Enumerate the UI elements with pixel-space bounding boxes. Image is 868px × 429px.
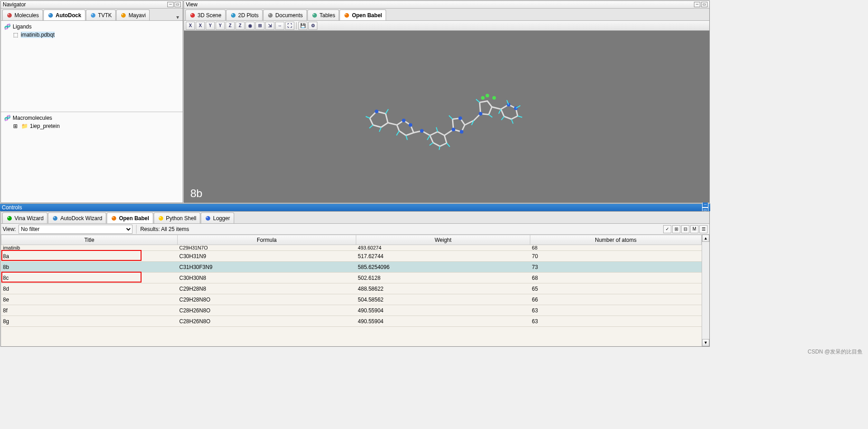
- tab-logger[interactable]: Logger: [201, 212, 234, 223]
- svg-line-38: [369, 125, 373, 128]
- svg-point-56: [7, 216, 12, 221]
- toolbar-button[interactable]: Y: [216, 22, 225, 30]
- controls-minimize-icon[interactable]: ─: [702, 202, 708, 207]
- tab-tables[interactable]: Tables: [307, 9, 340, 20]
- svg-line-49: [476, 99, 480, 103]
- svg-line-41: [427, 136, 430, 140]
- svg-line-50: [499, 109, 501, 114]
- column-header-weight[interactable]: Weight: [356, 235, 530, 245]
- toolbar-button[interactable]: Z: [226, 22, 235, 30]
- ligands-header[interactable]: 🧬 Ligands: [4, 23, 180, 31]
- toolbar-button[interactable]: ⇲: [265, 22, 274, 30]
- svg-point-3: [49, 14, 51, 15]
- grid-action-icon[interactable]: ✓: [663, 225, 671, 233]
- tabs-overflow-icon[interactable]: ▾: [174, 14, 181, 20]
- view-minimize-icon[interactable]: ─: [694, 2, 700, 7]
- svg-line-45: [429, 143, 433, 146]
- tab-molecules[interactable]: Molecules: [2, 9, 43, 20]
- grid-action-icon[interactable]: M: [690, 225, 698, 233]
- tab-autodock[interactable]: AutoDock: [43, 9, 85, 20]
- toolbar-button[interactable]: 💾: [298, 22, 307, 30]
- scroll-up-icon[interactable]: ▲: [702, 235, 709, 242]
- toolbar-button[interactable]: Y: [206, 22, 215, 30]
- svg-line-48: [489, 115, 492, 118]
- table-row[interactable]: 8bC31H30F3N9585.625409673: [1, 262, 702, 273]
- navigator-maximize-icon[interactable]: ▭: [175, 2, 181, 7]
- toolbar-button[interactable]: X: [196, 22, 205, 30]
- tab-2d-plots[interactable]: 2D Plots: [226, 9, 263, 20]
- top-row: Navigator ─ ▭ MoleculesAutoDockTVTKMayav…: [0, 0, 710, 203]
- svg-line-52: [511, 119, 513, 124]
- vina-icon: [6, 215, 13, 222]
- column-header-title[interactable]: Title: [1, 235, 178, 245]
- svg-point-25: [420, 129, 424, 133]
- svg-point-28: [458, 117, 462, 120]
- tab-open-babel[interactable]: Open Babel: [107, 212, 153, 223]
- toolbar-button[interactable]: ⚙: [308, 22, 317, 30]
- svg-point-33: [492, 96, 496, 100]
- table-row[interactable]: 8fC28H26N8O490.5590463: [1, 305, 702, 316]
- svg-point-61: [113, 217, 114, 218]
- svg-line-35: [366, 117, 370, 118]
- 3d-scene[interactable]: 8b: [184, 31, 709, 203]
- tab-mayavi[interactable]: Mayavi: [116, 9, 150, 20]
- results-label: Results: All 25 items: [140, 226, 189, 232]
- table-row[interactable]: imatinibC29H31N7O493.6027468: [1, 245, 702, 251]
- toolbar-button[interactable]: ↔: [275, 22, 284, 30]
- svg-point-62: [159, 216, 163, 221]
- table-row[interactable]: 8cC30H30N8502.612868: [1, 273, 702, 283]
- table-row[interactable]: 8eC29H28N8O504.5856266: [1, 294, 702, 305]
- tab-vina-wizard[interactable]: Vina Wizard: [2, 212, 47, 223]
- expand-icon[interactable]: ⊞: [12, 123, 19, 129]
- tab-python-shell[interactable]: Python Shell: [154, 212, 200, 223]
- toolbar-button[interactable]: X: [186, 22, 195, 30]
- ligands-tree: 🧬 Ligands ⬚imatinib.pdbqt: [1, 21, 183, 112]
- ligand-item[interactable]: ⬚imatinib.pdbqt: [12, 31, 180, 39]
- table-row[interactable]: 8gC28H26N8O490.5590463: [1, 316, 702, 327]
- view-filter-select[interactable]: No filter: [19, 225, 132, 234]
- navigator-panel: Navigator ─ ▭ MoleculesAutoDockTVTKMayav…: [0, 0, 183, 203]
- svg-point-1: [8, 14, 9, 15]
- svg-point-6: [121, 13, 126, 18]
- scene-toolbar: XXYYZZ◉⊞⇲↔⛶💾⚙: [184, 21, 709, 31]
- navigator-minimize-icon[interactable]: ─: [167, 2, 174, 7]
- grid-action-icon[interactable]: ⊞: [672, 225, 680, 233]
- svg-point-32: [486, 94, 489, 98]
- table-row[interactable]: 8dC29H28N8488.5862265: [1, 283, 702, 294]
- svg-line-44: [439, 146, 440, 150]
- table-row[interactable]: 8aC30H31N9517.6274470: [1, 251, 702, 262]
- svg-line-46: [449, 116, 453, 119]
- column-header-formula[interactable]: Formula: [178, 235, 356, 245]
- tab-open-babel[interactable]: Open Babel: [340, 9, 386, 20]
- logger-icon: [205, 215, 211, 222]
- navigator-title: Navigator: [3, 1, 26, 9]
- documents-icon: [267, 12, 274, 19]
- tab-autodock-wizard[interactable]: AutoDock Wizard: [48, 212, 106, 223]
- grid-action-icon[interactable]: ☰: [699, 225, 708, 233]
- svg-point-27: [460, 130, 463, 134]
- macromolecule-item[interactable]: ⊞📁1iep_pretein: [12, 122, 180, 130]
- svg-point-26: [452, 128, 455, 132]
- toolbar-button[interactable]: ◉: [245, 22, 255, 30]
- toolbar-button[interactable]: Z: [236, 22, 245, 30]
- macromolecules-header[interactable]: 🧬 Macromolecules: [4, 114, 180, 122]
- tab-documents[interactable]: Documents: [263, 9, 307, 20]
- svg-point-59: [54, 217, 55, 218]
- controls-tabs: Vina WizardAutoDock WizardOpen BabelPyth…: [1, 212, 709, 224]
- svg-point-16: [344, 13, 349, 18]
- macromolecules-icon: 🧬: [4, 115, 11, 121]
- openbabel-icon: [344, 12, 350, 19]
- scroll-down-icon[interactable]: ▼: [702, 339, 709, 346]
- svg-point-15: [313, 14, 314, 15]
- vertical-scrollbar[interactable]: ▲ ▼: [702, 235, 709, 346]
- toolbar-button[interactable]: ⛶: [285, 22, 294, 30]
- toolbar-button[interactable]: ⊞: [255, 22, 264, 30]
- view-maximize-icon[interactable]: ▭: [701, 2, 708, 7]
- tab-tvtk[interactable]: TVTK: [86, 9, 116, 20]
- navigator-tabs: MoleculesAutoDockTVTKMayavi▾: [1, 9, 183, 21]
- tab-3d-scene[interactable]: 3D Scene: [185, 9, 226, 20]
- column-header-number-of-atoms[interactable]: Number of atoms: [530, 235, 702, 245]
- svg-point-24: [409, 123, 412, 127]
- grid-action-icon[interactable]: ⊟: [681, 225, 689, 233]
- results-grid[interactable]: TitleFormulaWeightNumber of atoms imatin…: [1, 235, 702, 346]
